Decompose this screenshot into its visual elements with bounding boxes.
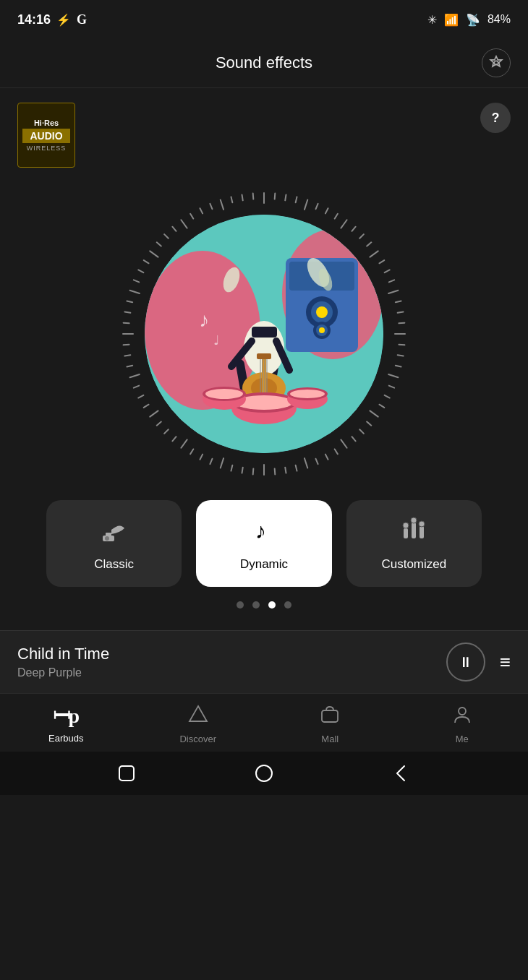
svg-rect-16 (252, 327, 277, 338)
track-title: Child in Time (17, 645, 446, 663)
svg-rect-133 (119, 766, 134, 781)
album-illustration: ♪ ♩ (145, 215, 383, 453)
dot-4 (284, 601, 291, 609)
svg-point-123 (105, 536, 109, 541)
main-content: Hi·Res AUDIO WIRELESS ? // This will be … (0, 88, 528, 630)
mall-icon (320, 704, 340, 729)
now-playing-bar: Child in Time Deep Purple ⏸ ≡ (0, 630, 528, 693)
time: 14:16 (17, 12, 51, 27)
svg-point-128 (403, 523, 409, 528)
track-artist: Deep Purple (17, 666, 446, 679)
me-label: Me (456, 734, 469, 744)
album-container: // This will be drawn via the render scr… (17, 189, 511, 478)
svg-text:♩: ♩ (213, 333, 219, 348)
dynamic-mode-button[interactable]: ♪ Dynamic (196, 500, 331, 587)
page-title: Sound effects (46, 53, 482, 72)
status-bar: 14:16 ⚡ G ✳ 📶 📡 84% (0, 0, 528, 38)
track-info: Child in Time Deep Purple (17, 645, 446, 679)
lightning-icon: ⚡ (56, 13, 71, 27)
svg-rect-125 (404, 528, 408, 538)
discover-icon (188, 704, 208, 729)
svg-rect-126 (412, 523, 416, 538)
nav-earbuds[interactable]: 𝄩p Earbuds (0, 705, 132, 744)
home-button[interactable] (251, 760, 277, 786)
classic-icon (100, 515, 129, 550)
customized-mode-button[interactable]: Customized (346, 500, 482, 587)
svg-text:♪: ♪ (255, 519, 266, 543)
help-button[interactable]: ? (480, 103, 511, 133)
nav-discover[interactable]: Discover (132, 704, 265, 744)
nav-mall[interactable]: Mall (264, 704, 396, 744)
svg-rect-127 (420, 526, 424, 538)
svg-point-1 (494, 61, 498, 65)
hires-audio-label: AUDIO (22, 129, 70, 143)
svg-point-129 (411, 517, 417, 523)
svg-text:♪: ♪ (199, 309, 209, 331)
playlist-icon: ≡ (500, 651, 511, 673)
hires-badge: Hi·Res AUDIO WIRELESS (17, 103, 75, 168)
back-button[interactable] (388, 760, 414, 786)
svg-point-134 (256, 765, 272, 781)
dot-3 (268, 601, 276, 609)
svg-point-12 (319, 327, 325, 333)
system-nav-bar (0, 752, 528, 795)
nav-me[interactable]: Me (396, 704, 529, 744)
battery-level: 84% (487, 13, 511, 26)
settings-button[interactable] (482, 48, 511, 77)
dot-1 (237, 601, 244, 609)
svg-point-33 (290, 390, 325, 398)
album-art: ♪ ♩ (145, 215, 383, 453)
me-icon (452, 704, 472, 729)
earbuds-label: Earbuds (48, 733, 83, 744)
bluetooth-icon: ✳ (427, 13, 437, 27)
signal-icon: 📶 (444, 13, 459, 27)
classic-mode-button[interactable]: Classic (46, 500, 182, 587)
svg-point-30 (205, 389, 243, 399)
svg-rect-122 (106, 533, 111, 537)
customized-label: Customized (381, 557, 446, 572)
svg-point-130 (419, 521, 425, 527)
wifi-icon: 📡 (466, 13, 480, 27)
status-left: 14:16 ⚡ G (17, 12, 87, 27)
svg-rect-131 (322, 710, 338, 722)
recents-button[interactable] (114, 760, 140, 786)
playlist-button[interactable]: ≡ (500, 651, 511, 674)
customized-icon (399, 515, 428, 550)
album-outer-ring: // This will be drawn via the render scr… (119, 189, 409, 478)
classic-label: Classic (94, 557, 134, 572)
dot-2 (252, 601, 260, 609)
mode-buttons: Classic ♪ Dynamic (17, 500, 511, 587)
svg-rect-20 (257, 353, 271, 359)
page-dots (17, 601, 511, 609)
google-icon: G (77, 12, 87, 27)
mall-label: Mall (321, 734, 338, 744)
dynamic-icon: ♪ (250, 515, 278, 550)
discover-label: Discover (179, 734, 216, 744)
player-controls: ⏸ ≡ (446, 642, 511, 682)
status-right: ✳ 📶 📡 84% (427, 13, 511, 27)
svg-point-9 (316, 306, 328, 318)
earbuds-icon: 𝄩p (54, 705, 78, 728)
pause-icon: ⏸ (459, 654, 473, 671)
svg-point-132 (459, 708, 466, 715)
header: Sound effects (0, 38, 528, 88)
play-pause-button[interactable]: ⏸ (446, 642, 485, 682)
bottom-nav: 𝄩p Earbuds Discover Mall Me (0, 693, 528, 752)
dynamic-label: Dynamic (240, 557, 288, 572)
